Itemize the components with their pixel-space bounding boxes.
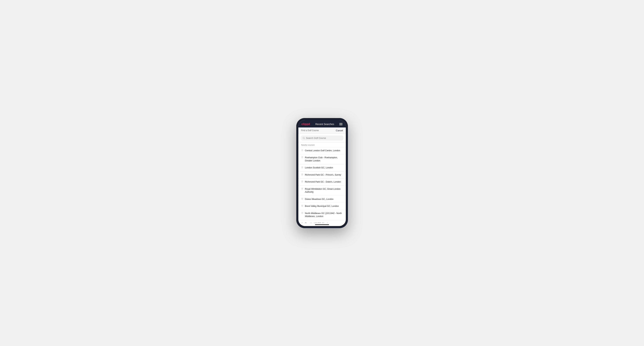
location-pin-icon xyxy=(301,198,303,200)
hamburger-line-2 xyxy=(339,124,342,124)
course-name: Royal Wimbledon GC, Great London Authori… xyxy=(305,187,343,194)
search-icon xyxy=(302,137,305,139)
search-input-wrapper[interactable] xyxy=(301,136,343,141)
course-name: Brent Valley Municipal GC, London xyxy=(305,205,339,208)
course-name: London Scottish GC, London xyxy=(305,166,333,170)
course-name: Richmond Park GC - Duke's, London xyxy=(305,180,341,183)
phone-frame: clippd Recent Searches Find a Golf Cours… xyxy=(296,118,348,228)
location-pin-icon xyxy=(301,188,303,190)
course-name: North Middlesex GC (1011942 - North Midd… xyxy=(305,212,343,218)
location-pin-icon xyxy=(301,156,303,159)
nearby-section-header: Nearby courses xyxy=(298,143,346,147)
course-list-item[interactable]: Dukes Meadows GC, London xyxy=(298,196,346,203)
location-pin-icon xyxy=(301,149,303,152)
course-list-item[interactable]: Brent Valley Municipal GC, London xyxy=(298,203,346,210)
nearby-courses-list: Nearby courses Central London Golf Centr… xyxy=(298,143,346,223)
hamburger-line-1 xyxy=(339,123,342,123)
course-list-container: Central London Golf Centre, LondonRoeham… xyxy=(298,147,346,223)
location-pin-icon xyxy=(301,222,303,223)
course-name: Coombe Hill GC, Kingston upon Thames xyxy=(305,222,343,223)
svg-point-2 xyxy=(302,150,302,150)
header-title: Recent Searches xyxy=(315,123,334,126)
hamburger-line-3 xyxy=(339,125,342,125)
location-pin-icon xyxy=(301,212,303,214)
home-indicator xyxy=(298,223,346,226)
phone-screen: clippd Recent Searches Find a Golf Cours… xyxy=(298,120,346,226)
cancel-button[interactable]: Cancel xyxy=(336,129,343,132)
course-list-item[interactable]: Central London Golf Centre, London xyxy=(298,147,346,154)
course-list-item[interactable]: Roehampton Club - Roehampton, Greater Lo… xyxy=(298,154,346,164)
svg-point-5 xyxy=(302,174,302,175)
course-name: Richmond Park GC - Prince's, Surrey xyxy=(305,173,341,176)
svg-point-4 xyxy=(302,167,302,168)
svg-point-10 xyxy=(302,213,302,213)
course-list-item[interactable]: Richmond Park GC - Duke's, London xyxy=(298,178,346,186)
course-list-item[interactable]: North Middlesex GC (1011942 - North Midd… xyxy=(298,210,346,220)
course-name: Central London Golf Centre, London xyxy=(305,149,340,152)
svg-point-8 xyxy=(302,198,302,199)
location-pin-icon xyxy=(301,167,303,169)
app-logo: clippd xyxy=(302,123,310,126)
app-header: clippd Recent Searches xyxy=(298,120,346,128)
location-pin-icon xyxy=(301,205,303,207)
location-pin-icon xyxy=(301,180,303,183)
svg-point-9 xyxy=(302,205,302,206)
course-list-item[interactable]: London Scottish GC, London xyxy=(298,164,346,172)
course-name: Roehampton Club - Roehampton, Greater Lo… xyxy=(305,156,343,162)
course-name: Dukes Meadows GC, London xyxy=(305,198,334,201)
home-bar xyxy=(315,224,329,225)
hamburger-menu-button[interactable] xyxy=(339,123,342,125)
svg-point-6 xyxy=(302,181,302,182)
location-pin-icon xyxy=(301,173,303,176)
search-bar-container xyxy=(298,134,346,143)
course-list-item[interactable]: Coombe Hill GC, Kingston upon Thames xyxy=(298,220,346,223)
svg-point-7 xyxy=(302,188,302,189)
svg-point-3 xyxy=(302,157,302,157)
find-label: Find a Golf Course xyxy=(301,129,319,132)
svg-line-1 xyxy=(304,139,304,139)
search-input[interactable] xyxy=(306,137,342,139)
course-list-item[interactable]: Richmond Park GC - Prince's, Surrey xyxy=(298,172,346,179)
find-bar: Find a Golf Course Cancel xyxy=(298,128,346,134)
course-list-item[interactable]: Royal Wimbledon GC, Great London Authori… xyxy=(298,186,346,196)
